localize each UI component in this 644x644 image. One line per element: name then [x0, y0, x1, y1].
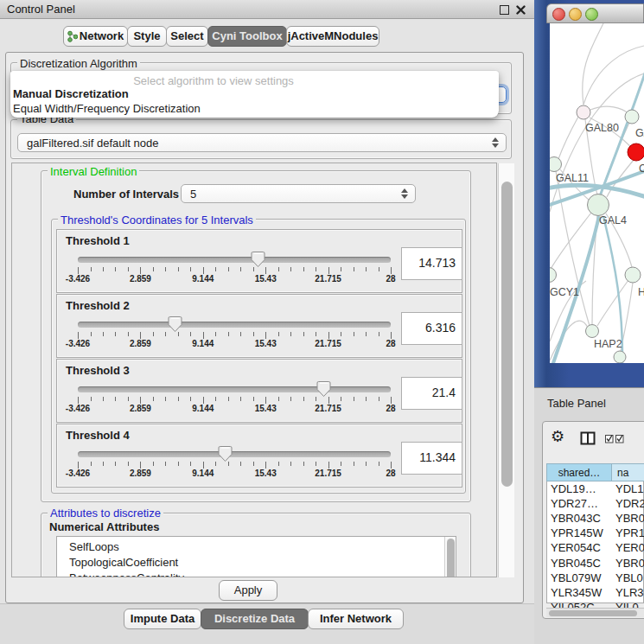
slider-scale-label: 15.43: [239, 469, 291, 478]
slider-tick: [190, 332, 191, 336]
table-row[interactable]: YLR345WYLR3: [546, 585, 644, 600]
table-row[interactable]: YPR145WYPR1: [546, 526, 644, 540]
dropdown-option-equal-width[interactable]: Equal Width/Frequency Discretization: [13, 102, 201, 115]
slider-thumb[interactable]: [251, 251, 265, 268]
table-hscrollbar-thumb[interactable]: [549, 610, 637, 616]
network-node[interactable]: [625, 110, 639, 124]
tab-select[interactable]: Select: [166, 26, 208, 47]
tab-jactivemnodules[interactable]: jActiveMNodules: [286, 26, 379, 47]
numerical-attributes-list[interactable]: SelfLoopsTopologicalCoefficientBetweenne…: [56, 536, 456, 577]
column-header-name[interactable]: na: [611, 463, 644, 481]
slider-scale-label: 2.859: [114, 274, 166, 284]
threshold-panel: Threshold 3-3.4262.8599.14415.4321.71528…: [56, 359, 462, 423]
slider-track[interactable]: [78, 257, 391, 263]
close-icon[interactable]: [516, 5, 526, 15]
attribute-item[interactable]: SelfLoops: [69, 540, 119, 553]
slider-track[interactable]: [78, 322, 391, 328]
slider-tick: [265, 397, 266, 404]
network-node-label: GCY1: [550, 286, 579, 298]
slider-tick: [290, 332, 291, 336]
network-node[interactable]: [550, 157, 562, 172]
slider-thumb[interactable]: [316, 380, 331, 398]
dropdown-option-manual[interactable]: Manual Discretization: [13, 87, 129, 100]
table-row[interactable]: YER054CYER0: [546, 540, 644, 555]
slider-tick: [278, 267, 279, 271]
network-node[interactable]: [628, 143, 644, 161]
cell-shared-name: YLR345W: [551, 585, 602, 600]
numerical-attributes-label: Numerical Attributes: [49, 520, 159, 533]
table-row[interactable]: YBR045CYBR0: [546, 556, 644, 571]
network-node[interactable]: [588, 194, 609, 216]
table-hscrollbar[interactable]: [546, 608, 644, 617]
slider-tick: [103, 397, 104, 401]
table-row[interactable]: YDR27…YDR2: [546, 496, 644, 511]
slider-scale-label: 9.144: [177, 339, 229, 348]
float-icon[interactable]: [500, 5, 509, 15]
threshold-value-box[interactable]: 14.713: [401, 247, 462, 280]
network-node[interactable]: [586, 325, 599, 338]
slider-scale-label: 9.144: [177, 274, 229, 284]
number-of-intervals-combobox[interactable]: 5: [181, 184, 416, 203]
slider-tick: [303, 462, 304, 466]
minimize-traffic-light[interactable]: [569, 8, 582, 21]
slider-tick: [140, 267, 141, 274]
tab-label: Network: [80, 29, 124, 42]
slider-tick: [278, 462, 279, 466]
slider-track[interactable]: [78, 451, 391, 457]
settings-scrollbar-thumb[interactable]: [501, 182, 513, 487]
slider-thumb[interactable]: [168, 316, 182, 333]
table-row[interactable]: YDL19…YDL1: [546, 481, 644, 496]
attribute-item[interactable]: BetweennessCentrality: [69, 571, 184, 577]
network-node[interactable]: [614, 351, 626, 363]
slider-tick: [379, 462, 379, 466]
zoom-traffic-light[interactable]: [585, 8, 598, 21]
gear-icon[interactable]: ⚙: [551, 427, 564, 446]
tab-discretize-data[interactable]: Discretize Data: [201, 609, 309, 629]
slider-tick: [278, 332, 279, 336]
slider-tick: [366, 332, 367, 336]
slider-track[interactable]: [78, 386, 391, 392]
column-header-shared[interactable]: shared…: [546, 463, 612, 481]
slider-tick: [165, 267, 166, 271]
tab-infer-network[interactable]: Infer Network: [308, 609, 404, 629]
network-window-titlebar: [546, 3, 644, 23]
list-scrollbar-thumb[interactable]: [447, 539, 455, 577]
table-row[interactable]: YBR043CYBR0: [546, 511, 644, 526]
split-column-icon[interactable]: [580, 431, 596, 446]
interval-definition-title: Interval Definition: [48, 165, 139, 178]
settings-scrollbar[interactable]: [498, 163, 514, 577]
tab-label: Discretize Data: [214, 612, 295, 625]
tab-impute-data[interactable]: Impute Data: [124, 609, 201, 629]
slider-tick: [128, 332, 129, 336]
network-node[interactable]: [550, 268, 557, 283]
network-node-label: GAL80: [585, 122, 619, 134]
tab-network[interactable]: Network: [63, 26, 128, 47]
cell-name: YPR1: [615, 526, 644, 540]
apply-button[interactable]: Apply: [219, 580, 277, 601]
threshold-value-box[interactable]: 11.344: [401, 442, 462, 475]
slider-scale-label: 2.859: [114, 469, 166, 478]
table-data-combobox[interactable]: galFiltered.sif default node: [17, 133, 507, 152]
network-graph: GAL80GACGAL11GAL4GCY1HHAP2: [550, 23, 644, 363]
tab-style[interactable]: Style: [127, 26, 167, 47]
list-scrollbar[interactable]: [444, 537, 456, 577]
network-node[interactable]: [625, 267, 641, 283]
slider-tick: [215, 462, 216, 466]
table-row[interactable]: YBL079WYBL0: [546, 571, 644, 585]
tab-label: Cyni Toolbox: [212, 29, 282, 42]
attribute-item[interactable]: TopologicalCoefficient: [69, 556, 178, 569]
slider-tick: [379, 332, 379, 336]
slider-tick: [140, 332, 141, 339]
network-canvas[interactable]: GAL80GACGAL11GAL4GCY1HHAP2: [550, 23, 644, 363]
network-icon: [67, 30, 78, 42]
checkbox-icons[interactable]: [605, 434, 626, 443]
slider-thumb[interactable]: [218, 445, 233, 462]
close-traffic-light[interactable]: [552, 8, 565, 21]
cell-name: YBL0: [615, 571, 643, 585]
slider-tick: [78, 332, 79, 339]
threshold-value-box[interactable]: 6.316: [401, 312, 462, 345]
table-row[interactable]: YIL052CYIL0: [546, 600, 644, 608]
threshold-value-box[interactable]: 21.4: [401, 377, 462, 410]
network-node[interactable]: [577, 105, 590, 119]
tab-cyni-toolbox[interactable]: Cyni Toolbox: [207, 26, 287, 47]
